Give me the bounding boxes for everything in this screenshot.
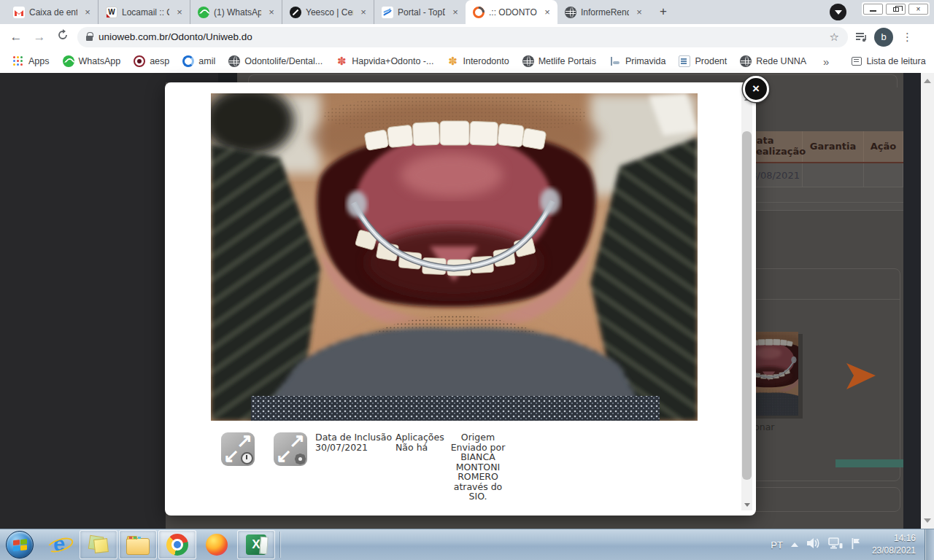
network-icon[interactable] bbox=[828, 537, 843, 552]
time: 14:16 bbox=[872, 532, 916, 545]
volume-icon[interactable] bbox=[806, 537, 820, 552]
photo-viewer-modal: ↗ ↙ ↗ ↙ Data de Inclusão 30/07/2021 Apli… bbox=[165, 82, 756, 516]
reading-list-button[interactable]: Lista de leitura bbox=[846, 53, 930, 69]
inclusion-date-label: Data de Inclusão bbox=[315, 432, 394, 443]
forward-button[interactable]: → bbox=[31, 28, 48, 46]
tab-close-icon[interactable]: × bbox=[541, 7, 553, 18]
whatsapp-icon bbox=[63, 55, 74, 67]
export-history-button[interactable]: ↗ ↙ bbox=[221, 432, 255, 466]
bookmark-label: amil bbox=[198, 56, 215, 66]
bookmark-whatsapp[interactable]: WhatsApp bbox=[58, 52, 126, 70]
taskbar-excel[interactable]: X bbox=[237, 530, 275, 559]
tab-yeesco[interactable]: Yeesco | Central × bbox=[282, 0, 374, 24]
bookmark-aesp[interactable]: aesp bbox=[128, 52, 174, 70]
browser-toolbar: ← → unioweb.com.br/Odonto/Uniweb.do ☆ b … bbox=[0, 24, 934, 50]
globe-icon bbox=[565, 7, 576, 18]
taskbar-sticky-notes[interactable] bbox=[80, 530, 117, 559]
arrow-sw-icon: ↙ bbox=[223, 445, 239, 467]
globe-icon bbox=[228, 55, 240, 67]
tab-close-icon[interactable]: × bbox=[174, 7, 185, 18]
bookmark-label: Interodonto bbox=[463, 56, 509, 66]
language-indicator[interactable]: PT bbox=[771, 540, 783, 551]
tab-close-icon[interactable]: × bbox=[82, 7, 93, 18]
url-text[interactable]: unioweb.com.br/Odonto/Uniweb.do bbox=[99, 31, 824, 42]
start-button[interactable] bbox=[6, 531, 34, 559]
profile-avatar[interactable]: b bbox=[874, 28, 893, 47]
next-arrow-icon[interactable] bbox=[845, 362, 877, 394]
tab-odonto-life-active[interactable]: .:: ODONTO LIFE × bbox=[466, 0, 557, 24]
origin-value: Enviado por BIANCA MONTONI ROMERO atravé… bbox=[446, 443, 510, 502]
clock[interactable]: 14:16 23/08/2021 bbox=[872, 532, 916, 558]
firefox-icon bbox=[206, 534, 228, 556]
chevron-down-circle-button[interactable] bbox=[830, 4, 846, 20]
close-window-button[interactable]: × bbox=[908, 4, 928, 15]
bookmark-prodent[interactable]: Prodent bbox=[674, 52, 732, 70]
bookmark-hapvida[interactable]: ✽ Hapvida+Odonto -... bbox=[331, 52, 439, 70]
windows-taskbar: e X PT bbox=[0, 529, 934, 560]
bookmarks-overflow-button[interactable]: » bbox=[817, 55, 835, 68]
tab-close-icon[interactable]: × bbox=[633, 7, 645, 18]
bookmark-primavida[interactable]: Primavida bbox=[604, 52, 671, 70]
tab-portal-topdown[interactable]: Portal - TopDow × bbox=[374, 0, 466, 24]
arrow-sw-icon: ↙ bbox=[276, 445, 292, 467]
action-center-flag-icon[interactable] bbox=[851, 537, 861, 552]
yeesco-icon bbox=[290, 7, 301, 18]
export-settings-button[interactable]: ↗ ↙ bbox=[274, 432, 307, 466]
tab-whatsapp[interactable]: (1) WhatsApp × bbox=[190, 0, 282, 24]
minimize-button[interactable] bbox=[863, 4, 883, 15]
tab-close-icon[interactable]: × bbox=[449, 7, 461, 18]
excel-icon: X bbox=[246, 534, 266, 555]
tab-close-icon[interactable]: × bbox=[266, 7, 277, 18]
tab-title: .:: ODONTO LIFE bbox=[489, 7, 537, 18]
bookmark-rede-unna[interactable]: Rede UNNA bbox=[735, 52, 811, 70]
globe-icon bbox=[522, 55, 534, 67]
internet-explorer-icon: e bbox=[48, 534, 70, 556]
modal-close-button[interactable]: × bbox=[743, 76, 769, 102]
amil-ring-icon bbox=[182, 55, 194, 67]
window-controls: × bbox=[862, 2, 930, 16]
back-button[interactable]: ← bbox=[7, 28, 25, 46]
address-bar[interactable]: unioweb.com.br/Odonto/Uniweb.do ☆ bbox=[77, 27, 848, 47]
sticky-notes-icon bbox=[88, 534, 109, 555]
tab-locamail[interactable]: W Locamail :: Caixa × bbox=[98, 0, 190, 24]
target-icon bbox=[134, 55, 145, 67]
inclusion-date-field: Data de Inclusão 30/07/2021 bbox=[315, 432, 394, 452]
dental-photo bbox=[211, 93, 698, 421]
browser-menu-icon[interactable]: ⋮ bbox=[899, 31, 916, 44]
bookmark-label: Primavida bbox=[625, 56, 666, 66]
tab-close-icon[interactable]: × bbox=[358, 7, 369, 18]
scrollbar-thumb[interactable] bbox=[742, 131, 752, 480]
scroll-down-icon[interactable] bbox=[924, 518, 931, 523]
hidden-icons-chevron[interactable] bbox=[791, 542, 798, 547]
page-lower-panel bbox=[738, 487, 900, 512]
modal-scrollbar[interactable] bbox=[741, 93, 752, 510]
tab-informe-rendimentos[interactable]: InformeRendime × bbox=[557, 0, 649, 24]
tab-gmail-inbox[interactable]: Caixa de entrada × bbox=[6, 0, 98, 24]
page-scrollbar[interactable] bbox=[921, 73, 934, 529]
playlist-extension-icon[interactable] bbox=[854, 30, 868, 44]
reload-button[interactable] bbox=[54, 28, 72, 46]
bookmark-star-icon[interactable]: ☆ bbox=[830, 31, 839, 44]
taskbar-internet-explorer[interactable]: e bbox=[40, 530, 78, 559]
reading-list-icon bbox=[852, 57, 862, 66]
restore-button[interactable] bbox=[886, 4, 906, 15]
tab-title: (1) WhatsApp bbox=[214, 7, 261, 18]
taskbar-firefox[interactable] bbox=[198, 530, 236, 559]
tab-title: InformeRendime bbox=[581, 7, 629, 18]
show-desktop-button[interactable] bbox=[925, 529, 934, 560]
bookmark-label: Odontolife/Dental... bbox=[244, 56, 323, 66]
clock-badge-icon bbox=[241, 452, 253, 464]
lock-icon bbox=[86, 36, 93, 41]
bookmark-metlife[interactable]: Metlife Portais bbox=[517, 52, 601, 70]
bookmark-odontolife[interactable]: Odontolife/Dental... bbox=[223, 52, 328, 70]
gmail-icon bbox=[13, 7, 25, 18]
restore-icon bbox=[893, 7, 899, 12]
bookmark-apps[interactable]: Apps bbox=[7, 52, 55, 70]
scroll-up-icon[interactable] bbox=[924, 79, 931, 83]
taskbar-file-explorer[interactable] bbox=[119, 530, 157, 559]
new-tab-button[interactable]: + bbox=[654, 3, 673, 22]
bookmark-interodonto[interactable]: ✽ Interodonto bbox=[441, 52, 514, 70]
scroll-down-icon[interactable] bbox=[744, 503, 750, 507]
bookmark-amil[interactable]: amil bbox=[177, 52, 220, 70]
taskbar-chrome[interactable] bbox=[158, 530, 196, 559]
